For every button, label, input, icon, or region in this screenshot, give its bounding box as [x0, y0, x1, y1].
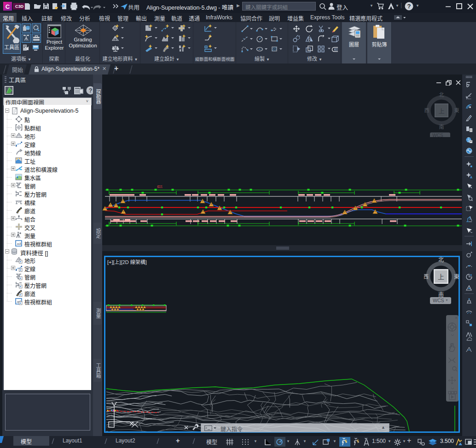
svg-text:?: ? [89, 87, 93, 94]
svg-text:上: 上 [438, 273, 444, 281]
svg-text:C3D: C3D [15, 4, 24, 9]
svg-text:C: C [6, 3, 10, 10]
svg-text:A: A [470, 176, 472, 179]
svg-text:標高: 標高 [157, 185, 163, 189]
svg-text:北: 北 [438, 257, 444, 263]
svg-text:東: 東 [454, 274, 459, 280]
svg-text:西: 西 [424, 274, 429, 280]
svg-text:?: ? [407, 3, 411, 10]
